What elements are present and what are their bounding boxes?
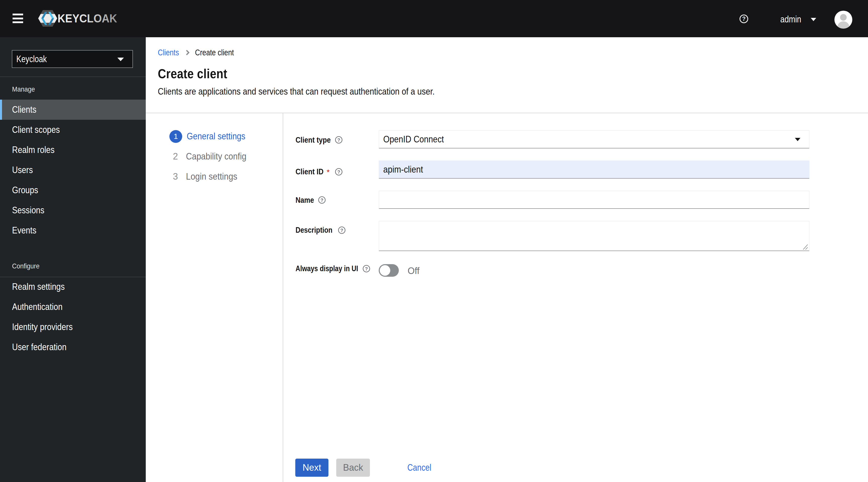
svg-text:?: ? [742, 16, 746, 22]
svg-text:?: ? [337, 137, 340, 143]
svg-text:KEYCLOAK: KEYCLOAK [58, 11, 117, 25]
svg-text:?: ? [337, 169, 340, 175]
svg-text:?: ? [365, 266, 368, 272]
svg-text:?: ? [320, 197, 323, 203]
svg-text:?: ? [340, 228, 343, 233]
